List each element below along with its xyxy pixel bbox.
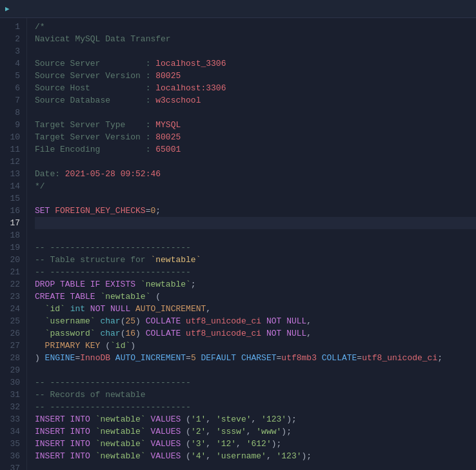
token: ; (191, 280, 196, 289)
token: `id` (110, 341, 130, 351)
token: ( (150, 292, 161, 301)
token: -- ---------------------------- (35, 267, 191, 277)
token: , (206, 304, 211, 314)
code-line (35, 462, 476, 470)
token: COLLATE (322, 353, 357, 363)
token: utf8_unicode_ci (362, 353, 437, 363)
token: ); (272, 439, 282, 449)
token: '123' (277, 451, 302, 461)
token: '4' (191, 451, 206, 461)
line-number: 28 (0, 352, 26, 364)
token: `newtable` (95, 439, 146, 449)
line-number: 11 (0, 143, 26, 156)
token: INSERT INTO (35, 439, 95, 449)
line-number: 20 (0, 254, 26, 266)
line-number: 23 (0, 291, 26, 303)
line-number: 31 (0, 389, 26, 401)
line-numbers-panel: 1234567891011121314151617181920212223242… (0, 18, 27, 470)
token: ( (186, 439, 191, 449)
token: AUTO_INCREMENT (135, 304, 206, 314)
token: ) (135, 329, 146, 338)
token: char (95, 316, 121, 326)
token: VALUES (146, 451, 186, 461)
token: Source Host : (35, 83, 155, 93)
token: Date: (35, 169, 65, 179)
line-number: 33 (0, 413, 26, 425)
line-number: 22 (0, 278, 26, 291)
token: */ (35, 181, 45, 191)
token: int (65, 304, 90, 314)
token: = (357, 353, 362, 363)
token (35, 316, 45, 326)
token: '3' (191, 439, 206, 449)
token: utf8mb3 (281, 353, 321, 363)
line-number: 15 (0, 192, 26, 205)
token: ); (302, 451, 312, 461)
code-line (35, 229, 476, 241)
toolbar: ▶ (0, 0, 476, 18)
code-line: Navicat MySQL Data Transfer (35, 33, 476, 45)
token: COLLATE (146, 329, 186, 338)
line-number: 35 (0, 438, 26, 450)
code-line: Target Server Type : MYSQL (35, 119, 476, 131)
token: `newtable` (95, 427, 146, 436)
code-line: PRIMARY KEY (`id`) (35, 340, 476, 352)
code-line (35, 156, 476, 168)
line-number: 6 (0, 82, 26, 94)
token: -- ---------------------------- (35, 243, 191, 252)
token: , (266, 451, 277, 461)
code-line: Source Database : w3cschool (35, 94, 476, 107)
token: '123' (261, 414, 286, 424)
token: VALUES (146, 439, 186, 449)
code-area[interactable]: 1234567891011121314151617181920212223242… (0, 18, 476, 470)
token: char (95, 329, 121, 338)
run-icon: ▶ (5, 5, 10, 13)
line-number: 18 (0, 229, 26, 241)
token: 'www' (256, 427, 281, 436)
line-number: 8 (0, 107, 26, 119)
token: -- ---------------------------- (35, 378, 191, 387)
token: utf8_unicode_ci (186, 316, 266, 326)
code-line: Source Server : localhost_3306 (35, 57, 476, 70)
token: `newtable` (150, 255, 201, 265)
line-number: 30 (0, 376, 26, 389)
token: ENGINE (45, 353, 75, 363)
code-line: `username` char(25) COLLATE utf8_unicode… (35, 315, 476, 327)
token: CREATE TABLE (35, 292, 100, 301)
token: INSERT INTO (35, 451, 95, 461)
token: 'sssw' (216, 427, 246, 436)
token: localhost:3306 (155, 83, 226, 93)
line-number: 17 (0, 217, 26, 229)
code-content-panel[interactable]: /*Navicat MySQL Data Transfer Source Ser… (27, 18, 476, 470)
token: , (206, 439, 216, 449)
code-line: SET FOREIGN_KEY_CHECKS=0; (35, 205, 476, 217)
code-line: `password` char(16) COLLATE utf8_unicode… (35, 327, 476, 340)
token: `newtable` (95, 414, 146, 424)
line-number: 21 (0, 266, 26, 278)
token: 65001 (155, 145, 181, 154)
token (35, 329, 45, 338)
token: 5 (191, 353, 201, 363)
line-number: 25 (0, 315, 26, 327)
token: PRIMARY KEY (45, 341, 106, 351)
token: = (186, 353, 191, 363)
token: NOT NULL (266, 316, 306, 326)
editor-container: ▶ 12345678910111213141516171819202122232… (0, 0, 476, 470)
line-number: 19 (0, 241, 26, 254)
token: 'username' (216, 451, 266, 461)
line-number: 13 (0, 168, 26, 180)
code-line (35, 192, 476, 205)
line-number: 7 (0, 94, 26, 107)
token: '612' (246, 439, 272, 449)
code-line: -- Records of newtable (35, 389, 476, 401)
token: INSERT INTO (35, 414, 95, 424)
token: MYSQL (155, 120, 181, 130)
token: `username` (45, 316, 95, 326)
token: , (252, 414, 262, 424)
line-number: 34 (0, 425, 26, 438)
token: Source Server : (35, 59, 155, 68)
token: SET (35, 206, 55, 216)
line-number: 3 (0, 45, 26, 57)
token: , (206, 427, 216, 436)
token: FOREIGN_KEY_CHECKS (55, 206, 145, 216)
